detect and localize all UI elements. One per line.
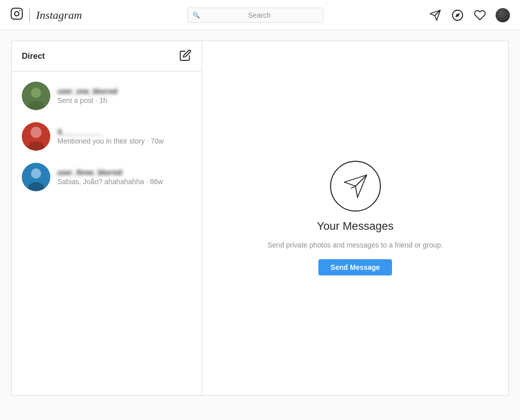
svg-line-18 (351, 186, 355, 188)
conversation-info: user_three_blurred Sabias, João? ahahaha… (57, 168, 191, 186)
search-icon: 🔍 (192, 12, 200, 19)
svg-marker-15 (344, 175, 367, 186)
conv-preview: Mentioned you in their story · 70w (57, 137, 191, 145)
direct-messages-icon[interactable] (429, 9, 442, 22)
conversation-item[interactable]: S__________ Mentioned you in their story… (12, 116, 202, 157)
avatar (22, 122, 50, 151)
your-messages-subtitle: Send private photos and messages to a fr… (268, 241, 443, 249)
conversation-info: S__________ Mentioned you in their story… (57, 128, 191, 145)
svg-line-16 (358, 175, 367, 197)
right-panel: Your Messages Send private photos and me… (202, 41, 508, 395)
conversation-item[interactable]: user_three_blurred Sabias, João? ahahaha… (12, 157, 202, 197)
svg-rect-0 (11, 8, 22, 19)
conv-username: S__________ (57, 128, 191, 136)
avatar (22, 82, 50, 110)
messages-icon-circle (330, 161, 381, 212)
conv-username: user_one_blurred (57, 87, 191, 95)
svg-point-13 (31, 168, 41, 179)
header-divider (29, 9, 30, 22)
conv-preview: Sabias, João? ahahahahha · 86w (57, 178, 191, 186)
search-input[interactable] (187, 8, 323, 23)
direct-title: Direct (22, 52, 45, 61)
main-content: Direct (0, 30, 520, 406)
svg-point-10 (30, 127, 42, 138)
conversation-item[interactable]: user_one_blurred Sent a post · 1h (12, 76, 202, 116)
svg-marker-5 (456, 13, 460, 17)
header-search: 🔍 (187, 8, 323, 23)
svg-line-17 (355, 186, 358, 197)
header: Instagram 🔍 (0, 0, 520, 30)
explore-icon[interactable] (451, 9, 464, 22)
send-message-button[interactable]: Send Message (318, 259, 392, 275)
conv-username: user_three_blurred (57, 168, 191, 177)
main-container: Direct (11, 41, 509, 396)
brand-name: Instagram (36, 9, 82, 22)
left-panel: Direct (12, 41, 202, 395)
svg-point-7 (31, 88, 41, 98)
conv-preview: Sent a post · 1h (57, 96, 191, 104)
conversation-info: user_one_blurred Sent a post · 1h (57, 87, 191, 104)
instagram-logo-icon (10, 7, 23, 23)
header-left: Instagram (10, 7, 82, 23)
compose-icon[interactable] (179, 49, 191, 63)
your-messages-title: Your Messages (317, 220, 394, 233)
search-wrapper: 🔍 (187, 8, 323, 23)
header-icons (429, 8, 510, 22)
svg-point-2 (19, 10, 20, 11)
avatar (22, 163, 50, 191)
svg-point-1 (15, 11, 19, 16)
heart-icon[interactable] (473, 9, 486, 22)
conversation-list: user_one_blurred Sent a post · 1h (12, 72, 202, 201)
left-panel-header: Direct (12, 41, 202, 72)
profile-avatar[interactable] (496, 8, 510, 22)
